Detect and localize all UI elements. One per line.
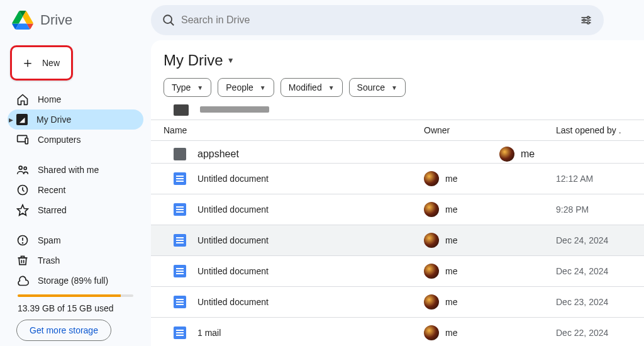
table-row[interactable]: Untitled documentmeDec 23, 2024 <box>151 287 644 318</box>
docs-icon <box>174 172 186 185</box>
avatar <box>424 171 439 186</box>
col-name[interactable]: Name <box>164 125 424 135</box>
new-button[interactable]: ＋ New <box>10 45 73 81</box>
docs-icon <box>174 265 186 277</box>
sidebar-item-label: Recent <box>38 185 65 195</box>
app-name: Drive <box>40 12 72 28</box>
svg-point-7 <box>587 22 589 24</box>
caret-down-icon: ▼ <box>197 84 203 91</box>
spam-icon <box>16 234 29 247</box>
sidebar-item-label: Trash <box>38 255 60 265</box>
docs-icon <box>174 296 186 308</box>
sidebar-item-label: Computers <box>38 135 80 145</box>
folder-icon <box>174 148 186 160</box>
docs-icon <box>174 234 186 247</box>
recent-icon <box>16 184 29 196</box>
col-date[interactable]: Last opened by . <box>556 125 631 135</box>
table-row[interactable]: Untitled documentme9:28 PM <box>151 194 644 225</box>
caret-down-icon: ▼ <box>260 84 266 91</box>
svg-point-16 <box>23 243 23 243</box>
sidebar-item-computers[interactable]: Computers <box>8 130 143 150</box>
sidebar-item-starred[interactable]: Starred <box>8 200 143 220</box>
main-content: My Drive ▼ Type▼ People▼ Modified▼ Sourc… <box>151 40 644 346</box>
table-header: Name Owner Last opened by . <box>151 120 644 141</box>
docs-icon <box>174 326 186 339</box>
svg-marker-13 <box>18 205 28 216</box>
avatar <box>424 294 439 310</box>
avatar <box>424 325 439 340</box>
caret-down-icon: ▼ <box>391 84 397 91</box>
breadcrumb[interactable]: My Drive ▼ <box>151 52 644 78</box>
sidebar-item-label: Spam <box>38 235 61 245</box>
filter-type[interactable]: Type▼ <box>164 78 211 97</box>
sidebar-item-label: Shared with me <box>38 165 99 175</box>
table-row[interactable]: Untitled documentmeDec 24, 2024 <box>151 256 644 287</box>
svg-rect-9 <box>25 138 28 144</box>
sidebar-item-recent[interactable]: Recent <box>8 180 143 200</box>
sidebar-item-trash[interactable]: Trash <box>8 250 143 271</box>
avatar <box>424 202 439 217</box>
table-row-partial <box>151 103 644 120</box>
get-storage-button[interactable]: Get more storage <box>16 320 111 341</box>
drive-logo[interactable] <box>10 8 35 33</box>
sidebar-item-my-drive[interactable]: ▸ ◢ My Drive <box>8 109 143 130</box>
sidebar-item-spam[interactable]: Spam <box>8 230 143 250</box>
caret-down-icon: ▼ <box>328 84 335 91</box>
avatar <box>424 264 439 279</box>
filter-modified[interactable]: Modified▼ <box>280 78 343 97</box>
avatar <box>499 147 514 162</box>
svg-point-6 <box>583 19 585 21</box>
search-bar[interactable] <box>151 5 604 35</box>
search-options-icon[interactable] <box>574 8 599 33</box>
docs-icon <box>174 203 186 216</box>
filter-source[interactable]: Source▼ <box>349 78 406 97</box>
search-icon[interactable] <box>156 8 181 33</box>
search-input[interactable] <box>181 14 574 26</box>
svg-point-10 <box>19 166 22 169</box>
computers-icon <box>16 133 29 146</box>
storage-text: 13.39 GB of 15 GB used <box>18 303 133 313</box>
svg-point-0 <box>164 15 172 23</box>
breadcrumb-title: My Drive <box>164 52 223 69</box>
chevron-down-icon: ▼ <box>227 56 235 65</box>
starred-icon <box>16 204 29 216</box>
sidebar: ＋ New Home ▸ ◢ My Drive Computers Shared… <box>0 40 151 346</box>
storage-icon <box>16 274 29 287</box>
svg-line-1 <box>170 22 174 25</box>
table-row[interactable]: Untitled documentmeDec 24, 2024 <box>151 225 644 256</box>
sidebar-item-shared[interactable]: Shared with me <box>8 160 143 180</box>
plus-icon: ＋ <box>21 53 35 72</box>
filter-people[interactable]: People▼ <box>218 78 274 97</box>
storage-progress <box>18 294 133 297</box>
sidebar-item-home[interactable]: Home <box>8 89 143 109</box>
sidebar-item-label: Home <box>38 94 61 104</box>
col-owner[interactable]: Owner <box>424 125 556 135</box>
filter-bar: Type▼ People▼ Modified▼ Source▼ <box>151 78 644 103</box>
table-row[interactable]: 1 mailmeDec 22, 2024 <box>151 318 644 346</box>
table-row[interactable]: appsheet me <box>151 141 644 164</box>
trash-icon <box>16 254 29 267</box>
home-icon <box>16 93 29 106</box>
sidebar-item-label: Starred <box>38 205 67 215</box>
drive-icon: ◢ <box>16 114 28 125</box>
avatar <box>424 233 439 248</box>
sidebar-item-label: Storage (89% full) <box>38 276 108 286</box>
svg-point-5 <box>587 16 589 18</box>
table-row[interactable]: Untitled documentme12:12 AM <box>151 164 644 194</box>
shared-icon <box>16 164 29 176</box>
sidebar-item-storage[interactable]: Storage (89% full) <box>8 271 143 291</box>
svg-point-11 <box>24 167 26 169</box>
expand-icon: ▸ <box>9 114 13 125</box>
sidebar-item-label: My Drive <box>36 114 71 125</box>
